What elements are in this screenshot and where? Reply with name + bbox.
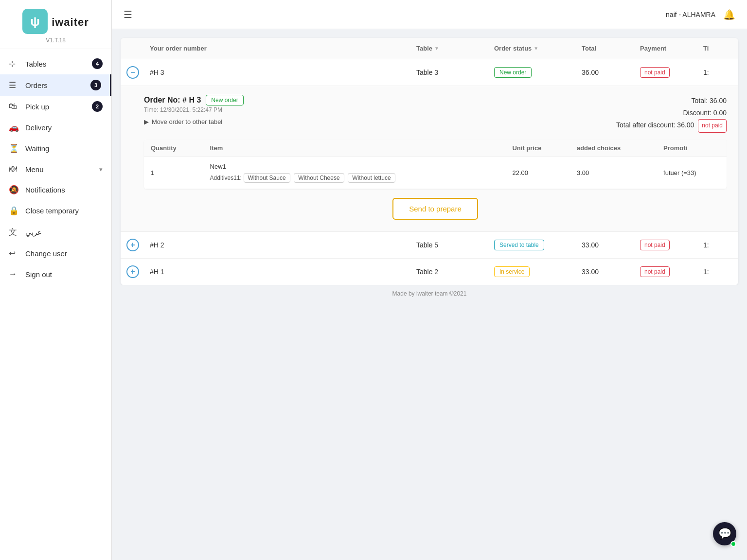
th-unit-price: Unit price — [505, 140, 569, 157]
notifications-icon: 🔕 — [9, 185, 20, 195]
app-version: V1.T.18 — [46, 37, 66, 44]
menu-chevron: ▾ — [99, 166, 103, 173]
th-quantity: Quantity — [144, 140, 203, 157]
order-time-h2: 1: — [703, 241, 732, 249]
order-number-h2: #H 2 — [150, 241, 416, 249]
sidebar-item-notifications[interactable]: 🔕 Notifications — [0, 179, 111, 200]
sidebar-item-delivery[interactable]: 🚗 Delivery — [0, 117, 111, 138]
collapse-btn-h3[interactable]: − — [126, 66, 139, 79]
status-badge-h1: In service — [494, 266, 530, 277]
bell-icon[interactable]: 🔔 — [723, 9, 735, 20]
pickup-icon: 🛍 — [9, 102, 20, 111]
tables-icon: ⊹ — [9, 59, 20, 69]
item-additives-1: Additives11: Without Sauce Without Chees… — [210, 172, 499, 183]
order-detail-right-h3: Total: 36.00 Discount: 0.00 Total after … — [616, 95, 727, 133]
sidebar-logo: ψ iwaiter V1.T.18 — [0, 0, 111, 49]
topbar-right: naif - ALHAMRA 🔔 — [666, 9, 735, 20]
table-filter-icon[interactable]: ▼ — [434, 46, 439, 51]
topbar: ☰ naif - ALHAMRA 🔔 — [112, 0, 747, 29]
tables-label: Tables — [25, 60, 89, 68]
detail-status-badge-h3: New order — [206, 95, 243, 105]
arabic-label: عربي — [25, 228, 103, 237]
close-temp-icon: 🔒 — [9, 206, 20, 216]
user-label: naif - ALHAMRA — [666, 11, 715, 18]
order-total-h1: 33.00 — [582, 268, 640, 276]
order-detail-h3: Order No: # H 3 New order Time: 12/30/20… — [121, 86, 738, 231]
tables-badge: 4 — [92, 58, 103, 69]
chat-icon: 💬 — [718, 527, 731, 540]
item-added-choices-1: 3.00 — [570, 157, 657, 189]
move-order-h3[interactable]: ▶ Move order to other tabel — [144, 118, 244, 125]
orders-badge: 3 — [90, 80, 101, 90]
status-badge-h2: Served to table — [494, 240, 544, 250]
order-time-label-h3: Time: 12/30/2021, 5:22:47 PM — [144, 106, 244, 113]
sidebar-item-waiting[interactable]: ⏳ Waiting — [0, 138, 111, 159]
expand-btn-h2[interactable]: + — [126, 239, 139, 251]
sidebar-item-pickup[interactable]: 🛍 Pick up 2 — [0, 96, 111, 117]
order-payment-h1: not paid — [640, 266, 703, 277]
order-row-main-h1: + #H 1 Table 2 In service 33.00 not paid… — [121, 259, 738, 285]
sidebar-item-change-user[interactable]: ↩ Change user — [0, 243, 111, 264]
sidebar-item-close-temp[interactable]: 🔒 Close temporary — [0, 200, 111, 221]
order-detail-header-h3: Order No: # H 3 New order Time: 12/30/20… — [144, 95, 727, 133]
detail-payment-badge-h3: not paid — [698, 119, 727, 133]
move-order-label: Move order to other tabel — [152, 118, 222, 125]
delivery-label: Delivery — [25, 123, 103, 132]
discount-label-h3: Discount: 0.00 — [616, 107, 727, 119]
waiting-label: Waiting — [25, 144, 103, 153]
footer: Made by iwaiter team ©2021 — [121, 285, 738, 302]
item-row-1: 1 New1 Additives11: Without Sauce Withou… — [144, 157, 727, 189]
sidebar-item-arabic[interactable]: 文 عربي — [0, 221, 111, 243]
arabic-icon: 文 — [9, 227, 20, 238]
sidebar-item-tables[interactable]: ⊹ Tables 4 — [0, 53, 111, 74]
th-promo: Promoti — [657, 140, 727, 157]
col-expand — [126, 45, 150, 52]
content-area: Your order number Table ▼ Order status ▼… — [112, 29, 747, 560]
menu-toggle-icon[interactable]: ☰ — [124, 9, 132, 20]
col-table: Table ▼ — [416, 45, 494, 52]
order-row-main-h2: + #H 2 Table 5 Served to table 33.00 not… — [121, 232, 738, 258]
order-payment-h3: not paid — [640, 67, 703, 78]
menu-icon: 🍽 — [9, 164, 20, 174]
order-time-h1: 1: — [703, 268, 732, 276]
expand-btn-h1[interactable]: + — [126, 265, 139, 278]
payment-badge-h1: not paid — [640, 266, 670, 277]
sidebar-item-menu[interactable]: 🍽 Menu ▾ — [0, 159, 111, 179]
col-payment: Payment — [640, 45, 703, 52]
order-num-row-h3: Order No: # H 3 New order — [144, 95, 244, 105]
item-detail-1: New1 Additives11: Without Sauce Without … — [203, 157, 506, 189]
col-total: Total — [582, 45, 640, 52]
status-badge-h3: New order — [494, 67, 532, 78]
app-name: iwaiter — [52, 16, 89, 29]
item-unit-price-1: 22.00 — [505, 157, 569, 189]
col-time: Ti — [703, 45, 732, 52]
item-promo-1: futuer (=33) — [657, 157, 727, 189]
order-number-h1: #H 1 — [150, 268, 416, 276]
sidebar-item-orders[interactable]: ☰ Orders 3 — [0, 74, 111, 96]
orders-label: Orders — [25, 81, 88, 89]
order-no-label-h3: Order No: # H 3 — [144, 96, 201, 105]
col-status: Order status ▼ — [494, 45, 582, 52]
close-temp-label: Close temporary — [25, 207, 103, 215]
total-label-h3: Total: 36.00 — [616, 95, 727, 107]
order-total-h2: 33.00 — [582, 241, 640, 249]
sidebar-item-sign-out[interactable]: → Sign out — [0, 264, 111, 284]
order-status-h1: In service — [494, 266, 582, 277]
sidebar: ψ iwaiter V1.T.18 ⊹ Tables 4 ☰ Orders 3 … — [0, 0, 112, 560]
order-row-main-h3: − #H 3 Table 3 New order 36.00 not paid … — [121, 59, 738, 86]
th-item: Item — [203, 140, 506, 157]
send-to-prepare-button[interactable]: Send to prepare — [392, 198, 478, 220]
sign-out-icon: → — [9, 269, 20, 279]
order-detail-left-h3: Order No: # H 3 New order Time: 12/30/20… — [144, 95, 244, 133]
orders-table-header: Your order number Table ▼ Order status ▼… — [121, 38, 738, 59]
order-row-h2: + #H 2 Table 5 Served to table 33.00 not… — [121, 232, 738, 259]
order-total-h3: 36.00 — [582, 69, 640, 76]
total-after-label-h3: Total after discount: 36.00 not paid — [616, 119, 727, 133]
menu-label: Menu — [25, 165, 99, 174]
payment-badge-h2: not paid — [640, 240, 670, 250]
tag-without-sauce: Without Sauce — [244, 173, 290, 183]
item-name-1: New1 — [210, 163, 499, 170]
status-filter-icon[interactable]: ▼ — [534, 46, 538, 51]
items-table-header: Quantity Item Unit price added choices P… — [144, 140, 727, 157]
order-number-h3: #H 3 — [150, 69, 416, 76]
